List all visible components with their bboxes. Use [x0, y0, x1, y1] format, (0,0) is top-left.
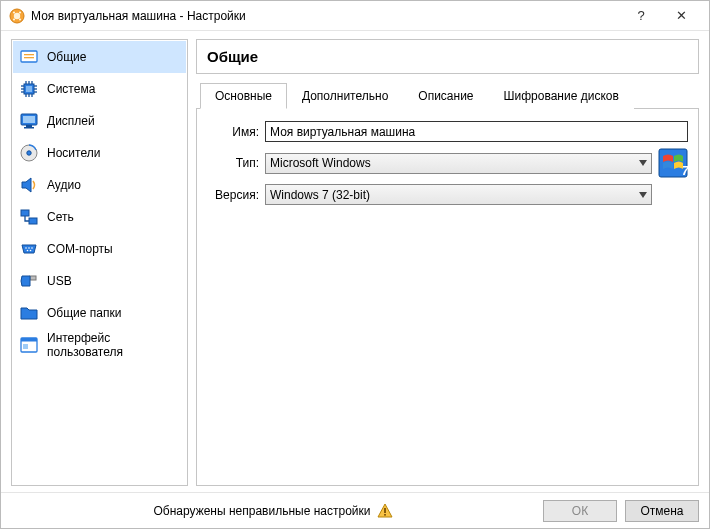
- warning-text: Обнаружены неправильные настройки: [11, 503, 535, 519]
- main-header: Общие: [196, 39, 699, 74]
- sidebar-item-label: Сеть: [47, 210, 74, 224]
- svg-point-35: [30, 250, 32, 252]
- footer: Обнаружены неправильные настройки ОК Отм…: [1, 492, 709, 528]
- os-icon: 7: [658, 148, 688, 178]
- svg-rect-8: [24, 57, 34, 58]
- svg-rect-36: [30, 276, 36, 280]
- sidebar-item-ui[interactable]: Интерфейс пользователя: [13, 329, 186, 361]
- svg-rect-25: [26, 125, 32, 127]
- disk-icon: [19, 143, 39, 163]
- svg-point-28: [27, 151, 31, 155]
- sidebar-item-serial[interactable]: COM-порты: [13, 233, 186, 265]
- svg-rect-38: [21, 338, 37, 342]
- svg-rect-26: [24, 127, 34, 129]
- name-label: Имя:: [207, 125, 259, 139]
- type-label: Тип:: [207, 156, 259, 170]
- name-input[interactable]: [265, 121, 688, 142]
- main-panel: Общие Основные Дополнительно Описание Ши…: [196, 39, 699, 486]
- svg-rect-29: [21, 210, 29, 216]
- svg-rect-43: [384, 514, 386, 516]
- sidebar-item-label: COM-порты: [47, 242, 113, 256]
- svg-rect-10: [26, 86, 32, 92]
- tabstrip: Основные Дополнительно Описание Шифрован…: [196, 82, 699, 109]
- sidebar-item-usb[interactable]: USB: [13, 265, 186, 297]
- svg-text:7: 7: [682, 164, 688, 178]
- sidebar: Общие Система Дисплей Носители Аудио: [11, 39, 188, 486]
- chevron-down-icon: [639, 192, 647, 198]
- tab-advanced[interactable]: Дополнительно: [287, 83, 403, 109]
- svg-rect-30: [29, 218, 37, 224]
- sidebar-item-shared-folders[interactable]: Общие папки: [13, 297, 186, 329]
- sidebar-item-label: Дисплей: [47, 114, 95, 128]
- monitor-icon: [19, 111, 39, 131]
- sidebar-item-label: Общие папки: [47, 306, 121, 320]
- sidebar-item-display[interactable]: Дисплей: [13, 105, 186, 137]
- folder-icon: [19, 303, 39, 323]
- content: Общие Система Дисплей Носители Аудио: [1, 31, 709, 492]
- svg-point-31: [25, 247, 27, 249]
- ok-button[interactable]: ОК: [543, 500, 617, 522]
- serial-port-icon: [19, 239, 39, 259]
- window-title: Моя виртуальная машина - Настройки: [31, 9, 621, 23]
- svg-rect-6: [21, 51, 37, 62]
- svg-point-4: [13, 18, 15, 20]
- svg-point-3: [19, 11, 21, 13]
- sidebar-item-label: Аудио: [47, 178, 81, 192]
- sidebar-item-label: Носители: [47, 146, 100, 160]
- sidebar-item-audio[interactable]: Аудио: [13, 169, 186, 201]
- sidebar-item-label: Интерфейс пользователя: [47, 331, 180, 359]
- sidebar-item-network[interactable]: Сеть: [13, 201, 186, 233]
- tab-encryption[interactable]: Шифрование дисков: [489, 83, 634, 109]
- svg-rect-42: [384, 508, 386, 513]
- close-button[interactable]: ✕: [661, 2, 701, 30]
- type-select[interactable]: Microsoft Windows: [265, 153, 652, 174]
- page-title: Общие: [207, 48, 688, 65]
- app-icon: [9, 8, 25, 24]
- sidebar-item-storage[interactable]: Носители: [13, 137, 186, 169]
- tab-body: Имя: Тип: Microsoft Windows 7 Версия:: [196, 109, 699, 486]
- ui-icon: [19, 335, 39, 355]
- version-select[interactable]: Windows 7 (32-bit): [265, 184, 652, 205]
- svg-point-1: [14, 12, 20, 18]
- speaker-icon: [19, 175, 39, 195]
- chip-icon: [19, 79, 39, 99]
- sidebar-item-label: Общие: [47, 50, 86, 64]
- svg-point-2: [13, 11, 15, 13]
- svg-rect-7: [24, 54, 34, 55]
- type-value: Microsoft Windows: [270, 156, 371, 170]
- tab-description[interactable]: Описание: [403, 83, 488, 109]
- titlebar: Моя виртуальная машина - Настройки ? ✕: [1, 1, 709, 31]
- help-button[interactable]: ?: [621, 2, 661, 30]
- svg-point-5: [19, 18, 21, 20]
- sidebar-item-label: Система: [47, 82, 95, 96]
- sidebar-item-general[interactable]: Общие: [13, 41, 186, 73]
- cancel-button[interactable]: Отмена: [625, 500, 699, 522]
- tab-basic[interactable]: Основные: [200, 83, 287, 109]
- usb-icon: [19, 271, 39, 291]
- general-icon: [19, 47, 39, 67]
- sidebar-item-system[interactable]: Система: [13, 73, 186, 105]
- svg-rect-39: [23, 344, 28, 349]
- chevron-down-icon: [639, 160, 647, 166]
- svg-point-34: [27, 250, 29, 252]
- version-label: Версия:: [207, 188, 259, 202]
- warning-icon: [377, 503, 393, 519]
- svg-point-33: [31, 247, 33, 249]
- svg-rect-24: [23, 116, 35, 123]
- svg-point-32: [28, 247, 30, 249]
- version-value: Windows 7 (32-bit): [270, 188, 370, 202]
- sidebar-item-label: USB: [47, 274, 72, 288]
- network-icon: [19, 207, 39, 227]
